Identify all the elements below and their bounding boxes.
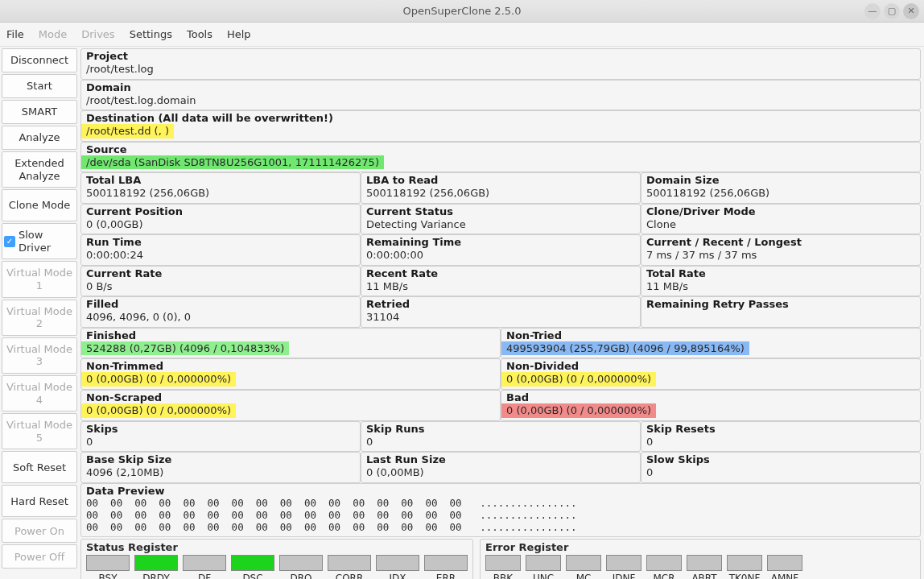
reg-name: UNC: [533, 573, 554, 579]
reg-light: [566, 555, 601, 571]
reg-name: MC: [576, 573, 592, 579]
field-label: Domain: [81, 81, 920, 93]
sidebar-virtual-mode-4: Virtual Mode 4: [2, 375, 77, 412]
menu-file[interactable]: File: [6, 28, 24, 40]
reg-light: [279, 555, 323, 571]
reg-light: [231, 555, 274, 571]
sidebar-slow-driver[interactable]: ✓Slow Driver: [2, 223, 77, 259]
field-base-skip-size: Base Skip Size4096 (2,10MB): [80, 452, 361, 483]
sidebar-clone-mode[interactable]: Clone Mode: [2, 189, 77, 221]
reg-name: ABRT: [691, 573, 716, 579]
register-label: Error Register: [485, 540, 915, 555]
reg-name: IDNF: [613, 573, 636, 579]
reg-name: BBK: [493, 573, 513, 579]
menu-tools[interactable]: Tools: [187, 28, 212, 40]
titlebar: OpenSuperClone 2.5.0 — ▢ ✕: [0, 0, 924, 23]
reg-light: [183, 555, 226, 571]
sidebar-soft-reset[interactable]: Soft Reset: [2, 451, 77, 483]
menu-mode: Mode: [39, 28, 67, 40]
field-last-run-size: Last Run Size0 (0,00MB): [361, 452, 641, 483]
field-value: /root/test.dd (, ): [81, 124, 174, 139]
reg-name: DSC: [242, 573, 262, 579]
reg-name: DRDY: [142, 573, 170, 579]
field-current-status: Current StatusDetecting Variance: [361, 204, 641, 235]
reg-name: BSY: [99, 573, 118, 579]
field-skips: Skips0: [80, 421, 361, 453]
sidebar-virtual-mode-5: Virtual Mode 5: [2, 413, 77, 449]
reg-light: [526, 555, 561, 571]
reg-drdy: DRDY: [134, 555, 178, 579]
reg-abrt: ABRT: [687, 555, 722, 579]
field-run-time: Run Time0:00:00:24: [80, 234, 361, 266]
window-buttons: — ▢ ✕: [864, 3, 919, 19]
sidebar-start[interactable]: Start: [2, 74, 77, 98]
sidebar-hard-reset[interactable]: Hard Reset: [2, 485, 77, 517]
sidebar-smart[interactable]: SMART: [2, 100, 77, 124]
field-domain: Domain /root/test.log.domain: [80, 80, 921, 111]
sidebar-analyze[interactable]: Analyze: [2, 126, 77, 150]
reg-light: [767, 555, 802, 571]
sidebar-power-on: Power On: [2, 519, 77, 543]
field-skip-runs: Skip Runs0: [361, 421, 641, 453]
reg-idx: IDX: [376, 555, 419, 579]
field-value: /root/test.log: [81, 62, 159, 77]
reg-name: TK0NF: [729, 573, 761, 579]
reg-name: CORR: [336, 573, 364, 579]
reg-corr: CORR: [328, 555, 371, 579]
field-lba-to-read: LBA to Read500118192 (256,06GB): [361, 172, 641, 204]
field-current-rate: Current Rate0 B/s: [80, 266, 361, 297]
preview-line: 00 00 00 00 00 00 00 00 00 00 00 00 00 0…: [81, 497, 920, 509]
menu-help[interactable]: Help: [227, 28, 251, 40]
reg-light: [727, 555, 762, 571]
field-non-tried: Non-Tried499593904 (255,79GB) (4096 / 99…: [501, 328, 921, 359]
reg-light: [606, 555, 641, 571]
reg-light: [424, 555, 468, 571]
sidebar-disconnect[interactable]: Disconnect: [2, 48, 77, 72]
minimize-button[interactable]: —: [864, 3, 881, 19]
main-panel: Project /root/test.log Domain /root/test…: [79, 47, 924, 579]
reg-light: [376, 555, 419, 571]
field-value: /root/test.log.domain: [81, 93, 201, 108]
preview-line: 00 00 00 00 00 00 00 00 00 00 00 00 00 0…: [81, 521, 920, 533]
sidebar-virtual-mode-3: Virtual Mode 3: [2, 337, 77, 374]
reg-dsc: DSC: [231, 555, 274, 579]
field-current-position: Current Position0 (0,00GB): [80, 204, 361, 235]
sidebar-virtual-mode-2: Virtual Mode 2: [2, 300, 77, 336]
field-total-lba: Total LBA500118192 (256,06GB): [80, 172, 361, 204]
field-filled: Filled4096, 4096, 0 (0), 0: [80, 296, 361, 328]
reg-name: ERR: [436, 573, 456, 579]
menu-settings[interactable]: Settings: [130, 28, 172, 40]
reg-name: DF: [198, 573, 211, 579]
reg-err: ERR: [424, 555, 468, 579]
sidebar-virtual-mode-1: Virtual Mode 1: [2, 261, 77, 297]
field-label: Data Preview: [81, 484, 920, 497]
reg-light: [134, 555, 178, 571]
field-non-trimmed: Non-Trimmed0 (0,00GB) (0 / 0,000000%): [80, 358, 501, 390]
field-destination: Destination (All data will be overwritte…: [80, 110, 921, 142]
reg-name: AMNF: [771, 573, 798, 579]
reg-drq: DRQ: [279, 555, 323, 579]
field-label: Destination (All data will be overwritte…: [81, 111, 920, 124]
reg-light: [86, 555, 130, 571]
field-domain-size: Domain Size500118192 (256,06GB): [641, 172, 921, 204]
close-button[interactable]: ✕: [903, 3, 919, 19]
status-register: Status Register BSYDRDYDFDSCDRQCORRIDXER…: [80, 539, 473, 579]
field-remaining-retry: Remaining Retry Passes: [641, 296, 921, 328]
maximize-button[interactable]: ▢: [884, 3, 900, 19]
field-cur-rec-long: Current / Recent / Longest7 ms / 37 ms /…: [641, 234, 921, 266]
reg-name: DRQ: [290, 573, 311, 579]
field-clone-mode: Clone/Driver ModeClone: [641, 204, 921, 235]
reg-name: MCR: [653, 573, 674, 579]
reg-df: DF: [183, 555, 226, 579]
menubar: FileModeDrivesSettingsToolsHelp: [0, 23, 924, 47]
field-finished: Finished524288 (0,27GB) (4096 / 0,104833…: [80, 328, 501, 359]
sidebar-extended-analyze[interactable]: Extended Analyze: [2, 151, 77, 188]
field-recent-rate: Recent Rate11 MB/s: [361, 266, 641, 297]
field-non-scraped: Non-Scraped0 (0,00GB) (0 / 0,000000%): [80, 390, 501, 421]
reg-name: IDX: [390, 573, 406, 579]
reg-light: [646, 555, 682, 571]
field-label: Source: [81, 143, 920, 155]
reg-light: [687, 555, 722, 571]
register-label: Status Register: [86, 540, 468, 555]
reg-bbk: BBK: [485, 555, 521, 579]
